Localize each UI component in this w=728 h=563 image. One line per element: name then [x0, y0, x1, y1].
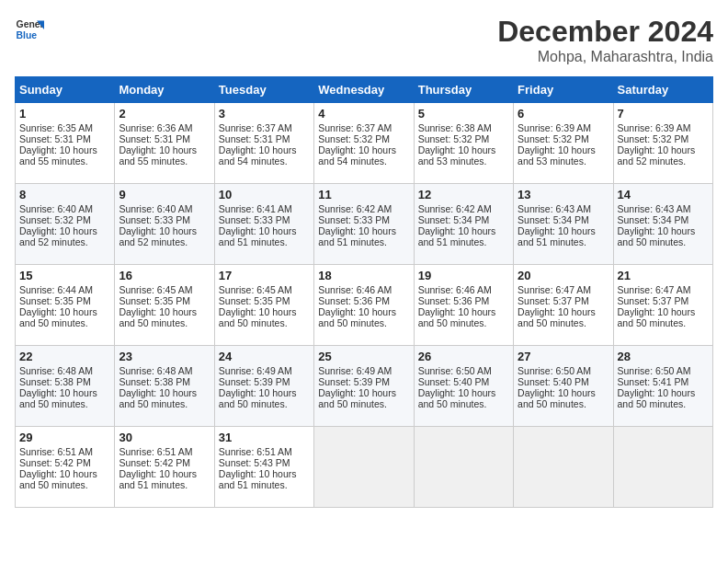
daylight-text: Daylight: 10 hoursand 52 minutes.	[19, 225, 97, 247]
day-number: 17	[219, 269, 310, 282]
day-number: 15	[19, 269, 110, 282]
day-number: 30	[119, 431, 210, 444]
daylight-text: Daylight: 10 hoursand 53 minutes.	[418, 144, 496, 167]
daylight-text: Daylight: 10 hoursand 51 minutes.	[518, 225, 596, 247]
calendar-cell: 5Sunrise: 6:38 AMSunset: 5:32 PMDaylight…	[414, 103, 513, 184]
day-number: 12	[418, 188, 509, 201]
daylight-text: Daylight: 10 hoursand 50 minutes.	[19, 387, 97, 409]
day-number: 1	[19, 107, 110, 121]
calendar-cell: 9Sunrise: 6:40 AMSunset: 5:33 PMDaylight…	[115, 184, 214, 265]
daylight-text: Daylight: 10 hoursand 50 minutes.	[119, 306, 197, 328]
calendar-cell: 1Sunrise: 6:35 AMSunset: 5:31 PMDaylight…	[16, 103, 115, 184]
sunset-text: Sunset: 5:31 PM	[19, 133, 91, 144]
sunrise-text: Sunrise: 6:49 AM	[318, 365, 392, 376]
sunrise-text: Sunrise: 6:43 AM	[518, 203, 591, 214]
day-number: 16	[119, 269, 210, 282]
sunrise-text: Sunrise: 6:37 AM	[219, 122, 292, 133]
sunset-text: Sunset: 5:34 PM	[518, 214, 589, 225]
calendar-cell: 20Sunrise: 6:47 AMSunset: 5:37 PMDayligh…	[514, 265, 613, 346]
day-number: 14	[618, 188, 709, 201]
sunset-text: Sunset: 5:41 PM	[618, 376, 689, 387]
col-header-saturday: Saturday	[613, 77, 712, 103]
sunrise-text: Sunrise: 6:44 AM	[19, 284, 93, 295]
calendar-week-4: 22Sunrise: 6:48 AMSunset: 5:38 PMDayligh…	[16, 346, 713, 427]
calendar-cell: 30Sunrise: 6:51 AMSunset: 5:42 PMDayligh…	[115, 427, 214, 508]
daylight-text: Daylight: 10 hoursand 51 minutes.	[318, 225, 396, 247]
calendar-cell: 29Sunrise: 6:51 AMSunset: 5:42 PMDayligh…	[16, 427, 115, 508]
sunset-text: Sunset: 5:40 PM	[518, 376, 589, 387]
sunset-text: Sunset: 5:35 PM	[119, 295, 190, 306]
calendar-cell: 17Sunrise: 6:45 AMSunset: 5:35 PMDayligh…	[214, 265, 313, 346]
day-number: 19	[418, 269, 509, 282]
calendar-cell: 26Sunrise: 6:50 AMSunset: 5:40 PMDayligh…	[414, 346, 513, 427]
day-number: 3	[219, 107, 310, 121]
calendar-week-3: 15Sunrise: 6:44 AMSunset: 5:35 PMDayligh…	[16, 265, 713, 346]
sunset-text: Sunset: 5:32 PM	[19, 214, 91, 225]
day-number: 27	[518, 350, 609, 363]
sunset-text: Sunset: 5:33 PM	[119, 214, 190, 225]
calendar-cell: 8Sunrise: 6:40 AMSunset: 5:32 PMDaylight…	[16, 184, 115, 265]
daylight-text: Daylight: 10 hoursand 50 minutes.	[219, 306, 297, 328]
daylight-text: Daylight: 10 hoursand 50 minutes.	[318, 306, 396, 328]
header-row: SundayMondayTuesdayWednesdayThursdayFrid…	[16, 77, 713, 103]
col-header-friday: Friday	[514, 77, 613, 103]
sunset-text: Sunset: 5:36 PM	[418, 295, 490, 306]
calendar-cell: 19Sunrise: 6:46 AMSunset: 5:36 PMDayligh…	[414, 265, 513, 346]
daylight-text: Daylight: 10 hoursand 52 minutes.	[618, 144, 696, 167]
sunrise-text: Sunrise: 6:42 AM	[318, 203, 392, 214]
calendar-cell: 21Sunrise: 6:47 AMSunset: 5:37 PMDayligh…	[613, 265, 712, 346]
svg-text:Blue: Blue	[17, 30, 38, 40]
sunset-text: Sunset: 5:40 PM	[418, 376, 490, 387]
sunrise-text: Sunrise: 6:37 AM	[318, 122, 392, 133]
day-number: 13	[518, 188, 609, 201]
calendar-cell: 12Sunrise: 6:42 AMSunset: 5:34 PMDayligh…	[414, 184, 513, 265]
sunrise-text: Sunrise: 6:41 AM	[219, 203, 292, 214]
calendar-cell: 14Sunrise: 6:43 AMSunset: 5:34 PMDayligh…	[613, 184, 712, 265]
calendar-cell: 6Sunrise: 6:39 AMSunset: 5:32 PMDaylight…	[514, 103, 613, 184]
sunrise-text: Sunrise: 6:36 AM	[119, 122, 192, 133]
daylight-text: Daylight: 10 hoursand 50 minutes.	[618, 387, 696, 409]
sunrise-text: Sunrise: 6:40 AM	[19, 203, 93, 214]
calendar-cell: 10Sunrise: 6:41 AMSunset: 5:33 PMDayligh…	[214, 184, 313, 265]
daylight-text: Daylight: 10 hoursand 50 minutes.	[19, 306, 97, 328]
sunrise-text: Sunrise: 6:49 AM	[219, 365, 292, 376]
logo: General Blue	[15, 15, 44, 44]
sunrise-text: Sunrise: 6:50 AM	[618, 365, 691, 376]
daylight-text: Daylight: 10 hoursand 53 minutes.	[518, 144, 596, 167]
location: Mohpa, Maharashtra, India	[497, 49, 713, 65]
calendar-table: SundayMondayTuesdayWednesdayThursdayFrid…	[15, 76, 713, 508]
calendar-cell: 2Sunrise: 6:36 AMSunset: 5:31 PMDaylight…	[115, 103, 214, 184]
day-number: 2	[119, 107, 210, 121]
calendar-cell: 3Sunrise: 6:37 AMSunset: 5:31 PMDaylight…	[214, 103, 313, 184]
sunrise-text: Sunrise: 6:39 AM	[618, 122, 691, 133]
sunset-text: Sunset: 5:34 PM	[418, 214, 490, 225]
month-title: December 2024	[497, 15, 713, 49]
daylight-text: Daylight: 10 hoursand 54 minutes.	[318, 144, 396, 167]
daylight-text: Daylight: 10 hoursand 55 minutes.	[119, 144, 197, 167]
calendar-cell: 11Sunrise: 6:42 AMSunset: 5:33 PMDayligh…	[314, 184, 414, 265]
calendar-cell: 4Sunrise: 6:37 AMSunset: 5:32 PMDaylight…	[314, 103, 414, 184]
day-number: 18	[318, 269, 409, 282]
logo-icon: General Blue	[15, 15, 44, 44]
day-number: 9	[119, 188, 210, 201]
daylight-text: Daylight: 10 hoursand 50 minutes.	[518, 306, 596, 328]
sunrise-text: Sunrise: 6:45 AM	[119, 284, 192, 295]
calendar-cell: 23Sunrise: 6:48 AMSunset: 5:38 PMDayligh…	[115, 346, 214, 427]
sunset-text: Sunset: 5:42 PM	[119, 457, 190, 468]
sunset-text: Sunset: 5:43 PM	[219, 457, 290, 468]
calendar-cell	[414, 427, 513, 508]
calendar-cell: 15Sunrise: 6:44 AMSunset: 5:35 PMDayligh…	[16, 265, 115, 346]
calendar-cell: 25Sunrise: 6:49 AMSunset: 5:39 PMDayligh…	[314, 346, 414, 427]
sunrise-text: Sunrise: 6:46 AM	[318, 284, 392, 295]
sunrise-text: Sunrise: 6:51 AM	[19, 446, 93, 457]
sunrise-text: Sunrise: 6:39 AM	[518, 122, 591, 133]
daylight-text: Daylight: 10 hoursand 50 minutes.	[418, 387, 496, 409]
sunrise-text: Sunrise: 6:40 AM	[119, 203, 192, 214]
sunset-text: Sunset: 5:42 PM	[19, 457, 91, 468]
daylight-text: Daylight: 10 hoursand 50 minutes.	[219, 387, 297, 409]
day-number: 24	[219, 350, 310, 363]
sunset-text: Sunset: 5:32 PM	[618, 133, 689, 144]
sunrise-text: Sunrise: 6:38 AM	[418, 122, 492, 133]
sunrise-text: Sunrise: 6:43 AM	[618, 203, 691, 214]
calendar-cell: 24Sunrise: 6:49 AMSunset: 5:39 PMDayligh…	[214, 346, 313, 427]
